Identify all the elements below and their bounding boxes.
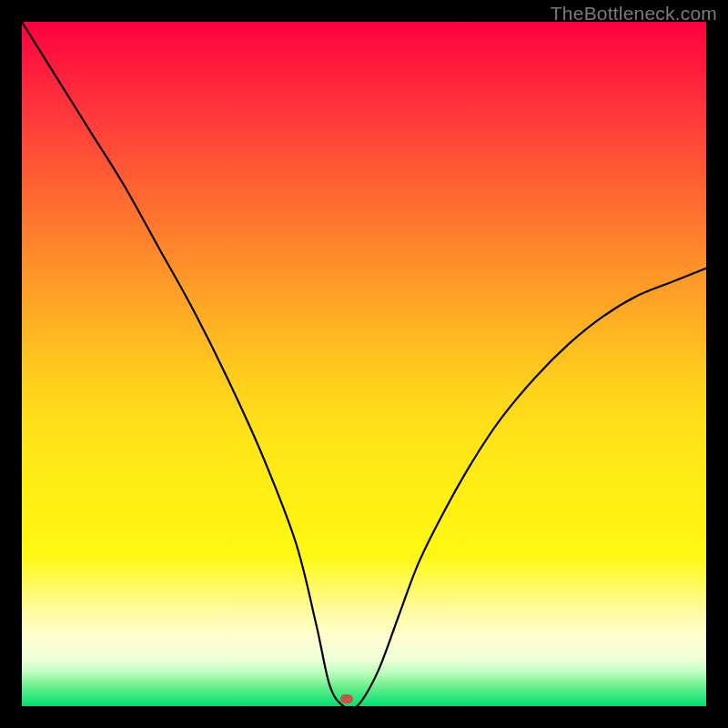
- chart-frame: TheBottleneck.com: [0, 0, 728, 728]
- bottleneck-curve: [22, 22, 706, 706]
- plot-area: [22, 22, 706, 706]
- optimal-point-marker: [340, 694, 353, 703]
- curve-path: [22, 22, 706, 706]
